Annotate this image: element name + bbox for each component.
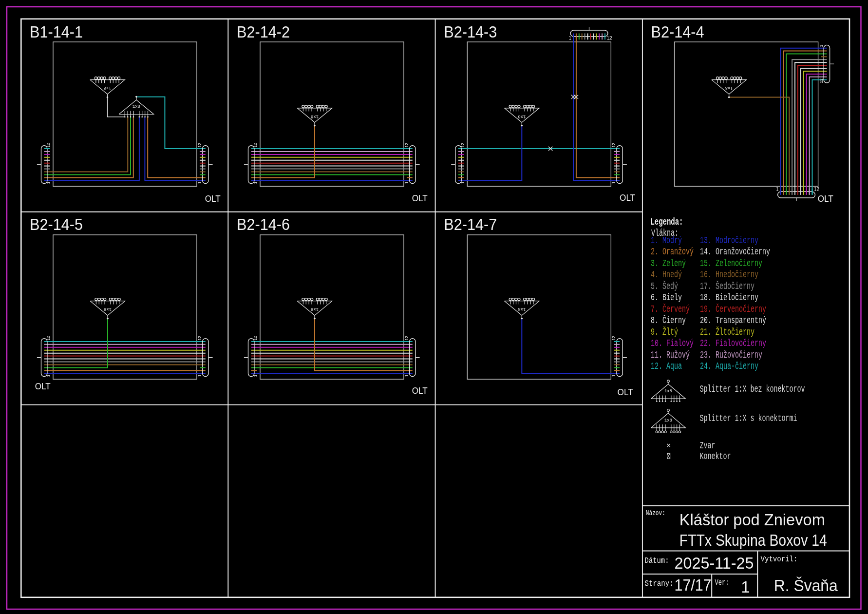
svg-text:Vytvoril:: Vytvoril: <box>761 555 798 564</box>
svg-text:1x8: 1x8 <box>311 114 319 119</box>
svg-text:Dátum:: Dátum: <box>645 556 669 565</box>
svg-text:R. Švaňa: R. Švaňa <box>774 576 838 595</box>
svg-text:12: 12 <box>814 187 820 192</box>
svg-text:10. Fialový: 10. Fialový <box>651 338 694 349</box>
svg-text:B2-14-6: B2-14-6 <box>237 215 290 233</box>
svg-text:1. Modrý: 1. Modrý <box>651 235 682 246</box>
svg-text:14. Oranžovočierny: 14. Oranžovočierny <box>700 246 770 257</box>
svg-text:Splitter 1:X bez konektorov: Splitter 1:X bez konektorov <box>700 384 805 395</box>
svg-text:1x8: 1x8 <box>664 418 672 423</box>
svg-text:1: 1 <box>460 181 465 184</box>
svg-text:1x8: 1x8 <box>103 85 111 91</box>
svg-text:1x8: 1x8 <box>664 388 672 394</box>
svg-text:OLT: OLT <box>35 382 51 391</box>
svg-text:13. Modročierny: 13. Modročierny <box>700 235 758 246</box>
svg-text:1: 1 <box>611 374 616 377</box>
svg-text:9. Žltý: 9. Žltý <box>651 326 678 338</box>
svg-text:1: 1 <box>404 181 409 184</box>
svg-text:12: 12 <box>253 143 258 148</box>
svg-text:24. Aqua-čierny: 24. Aqua-čierny <box>700 361 758 372</box>
svg-text:12: 12 <box>46 336 51 341</box>
svg-text:12. Aqua: 12. Aqua <box>651 361 682 372</box>
svg-text:12: 12 <box>197 143 202 148</box>
svg-text:Ver:: Ver: <box>715 578 729 587</box>
svg-text:Zvar: Zvar <box>700 440 716 451</box>
svg-text:Konektor: Konektor <box>700 451 731 462</box>
svg-text:15. Zelenočierny: 15. Zelenočierny <box>700 258 762 269</box>
svg-text:Splitter 1:X s konektormi: Splitter 1:X s konektormi <box>700 413 797 424</box>
svg-text:1: 1 <box>568 36 571 41</box>
svg-text:12: 12 <box>46 143 51 148</box>
svg-text:B2-14-3: B2-14-3 <box>444 23 497 41</box>
svg-text:1x8: 1x8 <box>104 307 112 312</box>
svg-text:1: 1 <box>611 181 616 184</box>
svg-text:OLT: OLT <box>620 193 635 203</box>
svg-text:3. Zelený: 3. Zelený <box>651 258 686 269</box>
svg-text:OLT: OLT <box>412 386 428 396</box>
svg-text:18. Bieločierny: 18. Bieločierny <box>700 292 758 303</box>
svg-text:16. Hnedočierny: 16. Hnedočierny <box>700 269 758 280</box>
svg-text:1: 1 <box>253 181 258 184</box>
svg-text:21. Žltočierny: 21. Žltočierny <box>700 326 755 338</box>
svg-text:Kláštor pod Znievom: Kláštor pod Znievom <box>679 511 825 529</box>
svg-text:12: 12 <box>460 143 465 148</box>
svg-text:19. Červenočierny: 19. Červenočierny <box>700 304 766 315</box>
svg-text:B2-14-4: B2-14-4 <box>651 23 704 41</box>
svg-text:12: 12 <box>404 336 409 341</box>
svg-text:12: 12 <box>253 336 258 341</box>
svg-text:12: 12 <box>611 143 616 148</box>
svg-text:1: 1 <box>776 187 779 192</box>
svg-text:12: 12 <box>819 78 824 83</box>
svg-text:Legenda:: Legenda: <box>650 216 683 228</box>
svg-text:12: 12 <box>611 336 616 341</box>
svg-text:5. Šedý: 5. Šedý <box>651 281 678 292</box>
svg-text:FTTx Skupina Boxov 14: FTTx Skupina Boxov 14 <box>679 531 827 549</box>
svg-text:1: 1 <box>197 181 202 184</box>
svg-text:B2-14-5: B2-14-5 <box>30 215 83 233</box>
svg-text:11. Ružový: 11. Ružový <box>651 349 690 361</box>
svg-text:B2-14-2: B2-14-2 <box>237 23 290 41</box>
svg-text:7. Červený: 7. Červený <box>651 304 690 315</box>
svg-text:Názov:: Názov: <box>646 509 665 518</box>
svg-text:OLT: OLT <box>205 194 221 204</box>
svg-text:1: 1 <box>741 578 750 596</box>
svg-text:1: 1 <box>404 374 409 377</box>
svg-text:1: 1 <box>46 374 51 377</box>
svg-text:B2-14-7: B2-14-7 <box>444 215 497 233</box>
svg-text:1: 1 <box>253 374 258 377</box>
svg-text:1x8: 1x8 <box>518 307 526 312</box>
svg-text:OLT: OLT <box>412 193 428 203</box>
svg-text:1x8: 1x8 <box>725 85 733 91</box>
svg-text:1: 1 <box>197 374 202 377</box>
svg-text:2. Oranžový: 2. Oranžový <box>651 246 694 257</box>
svg-text:4. Hnedý: 4. Hnedý <box>651 269 682 280</box>
svg-text:12: 12 <box>404 143 409 148</box>
svg-text:17. Šedočierny: 17. Šedočierny <box>700 281 755 292</box>
svg-text:6. Biely: 6. Biely <box>651 292 682 303</box>
svg-text:1x8: 1x8 <box>518 114 526 119</box>
svg-text:OLT: OLT <box>818 194 833 204</box>
svg-text:B1-14-1: B1-14-1 <box>30 23 83 41</box>
svg-text:17/17: 17/17 <box>675 576 712 594</box>
svg-text:2025-11-25: 2025-11-25 <box>675 554 754 572</box>
svg-text:12: 12 <box>197 336 202 341</box>
svg-text:OLT: OLT <box>618 387 633 397</box>
svg-text:8. Čierny: 8. Čierny <box>651 315 686 326</box>
svg-text:1: 1 <box>819 45 824 47</box>
svg-text:1x8: 1x8 <box>311 307 319 312</box>
svg-text:22. Fialovočierny: 22. Fialovočierny <box>700 338 766 349</box>
svg-text:1x8: 1x8 <box>132 104 140 109</box>
svg-text:1: 1 <box>46 181 51 184</box>
svg-text:12: 12 <box>607 36 613 41</box>
svg-text:20. Transparentný: 20. Transparentný <box>700 315 766 326</box>
svg-text:Strany:: Strany: <box>645 579 674 588</box>
svg-text:23. Ružovočierny: 23. Ružovočierny <box>700 349 762 361</box>
